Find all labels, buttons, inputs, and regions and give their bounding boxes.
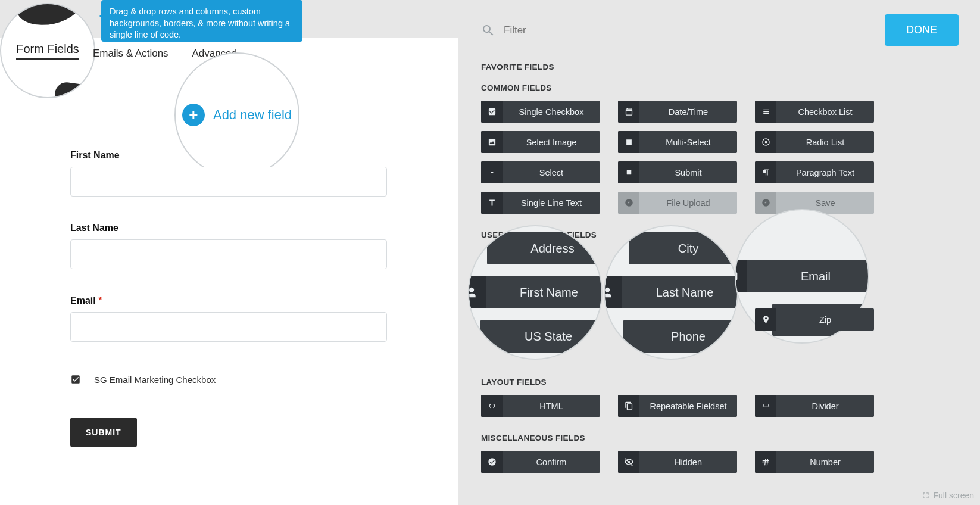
code-icon <box>481 395 503 417</box>
field-paragraph-text[interactable]: Paragraph Text <box>755 161 874 183</box>
field-confirm[interactable]: Confirm <box>481 451 600 473</box>
heading-common: COMMON FIELDS <box>481 83 959 92</box>
expand-icon <box>922 491 930 500</box>
input-email[interactable] <box>70 312 387 342</box>
field-hidden[interactable]: Hidden <box>618 451 737 473</box>
field-single-line-text[interactable]: Single Line Text <box>481 192 600 214</box>
input-first-name[interactable] <box>70 167 387 197</box>
tooltip-callout: Drag & drop rows and columns, custom bac… <box>101 0 302 42</box>
field-html[interactable]: HTML <box>481 395 600 417</box>
filter-input[interactable] <box>504 24 647 36</box>
label-email: Email * <box>70 295 387 306</box>
chevron-icon <box>481 161 503 183</box>
hash-icon <box>755 451 776 473</box>
check-circle-icon <box>481 451 503 473</box>
search-icon <box>481 23 495 38</box>
field-radio-list[interactable]: Radio List <box>755 131 874 153</box>
square-icon <box>618 131 639 153</box>
checkbox-row[interactable]: SG Email Marketing Checkbox <box>70 374 387 385</box>
field-checkbox-list[interactable]: Checkbox List <box>755 101 874 123</box>
clock-icon <box>618 192 639 214</box>
field-select-image[interactable]: Select Image <box>481 131 600 153</box>
field-city-zoom[interactable]: City <box>629 242 738 255</box>
hr-icon <box>755 395 776 417</box>
clock-icon <box>755 192 776 214</box>
field-select[interactable]: Select <box>481 161 600 183</box>
envelope-icon <box>735 260 747 292</box>
field-phone-zoom[interactable]: Phone <box>623 330 738 344</box>
field-date-time[interactable]: Date/Time <box>618 101 737 123</box>
checkbox-label: SG Email Marketing Checkbox <box>94 375 216 385</box>
paragraph-icon <box>755 161 776 183</box>
input-last-name[interactable] <box>70 239 387 269</box>
heading-layout: LAYOUT FIELDS <box>481 378 959 386</box>
text-t-icon <box>481 192 503 214</box>
field-us-state-zoom[interactable]: US State <box>480 330 603 344</box>
field-drawer: DONE FAVORITE FIELDS COMMON FIELDS Singl… <box>458 0 980 505</box>
checkbox-icon <box>70 374 81 385</box>
heading-misc: MISCELLANEOUS FIELDS <box>481 434 959 442</box>
copy-icon <box>618 395 639 417</box>
field-first-name-zoom[interactable]: First Name <box>486 286 603 300</box>
zoom-form-fields-tab: Form Fields <box>0 3 95 98</box>
field-number[interactable]: Number <box>755 451 874 473</box>
tab-emails-actions[interactable]: Emails & Actions <box>93 48 168 59</box>
field-address-zoom[interactable]: Address <box>487 242 603 255</box>
dot-circle-icon <box>755 131 776 153</box>
zoom-user-col1: Address First Name US State <box>468 225 603 360</box>
field-single-checkbox[interactable]: Single Checkbox <box>481 101 600 123</box>
field-repeatable-fieldset[interactable]: Repeatable Fieldset <box>618 395 737 417</box>
field-file-upload: File Upload <box>618 192 737 214</box>
field-multi-select[interactable]: Multi-Select <box>618 131 737 153</box>
check-square-icon <box>481 101 503 123</box>
zoom-user-col2: City Last Name Phone <box>604 225 738 360</box>
field-divider[interactable]: Divider <box>755 395 874 417</box>
field-zip[interactable]: Zip <box>755 308 874 331</box>
list-icon <box>755 101 776 123</box>
user-icon <box>468 276 486 308</box>
field-email-zoom[interactable]: Email <box>747 270 869 283</box>
label-last-name: Last Name <box>70 223 387 233</box>
label-first-name: First Name <box>70 150 387 161</box>
form-preview: First Name Last Name Email * SG Email Ma… <box>70 150 387 447</box>
tab-form-fields[interactable]: Form Fields <box>16 42 79 60</box>
field-submit[interactable]: Submit <box>618 161 737 183</box>
field-last-name-zoom[interactable]: Last Name <box>622 286 738 300</box>
image-icon <box>481 131 503 153</box>
done-button[interactable]: DONE <box>885 14 959 46</box>
user-icon <box>604 276 622 308</box>
submit-button[interactable]: SUBMIT <box>70 418 137 447</box>
stop-icon <box>618 161 639 183</box>
add-new-field-label[interactable]: Add new field <box>213 107 292 123</box>
full-screen-link[interactable]: Full screen <box>922 491 974 500</box>
eye-off-icon <box>618 451 639 473</box>
calendar-icon <box>618 101 639 123</box>
heading-favorite: FAVORITE FIELDS <box>481 63 959 71</box>
plus-icon[interactable]: + <box>182 104 205 126</box>
pin-icon <box>755 308 776 331</box>
